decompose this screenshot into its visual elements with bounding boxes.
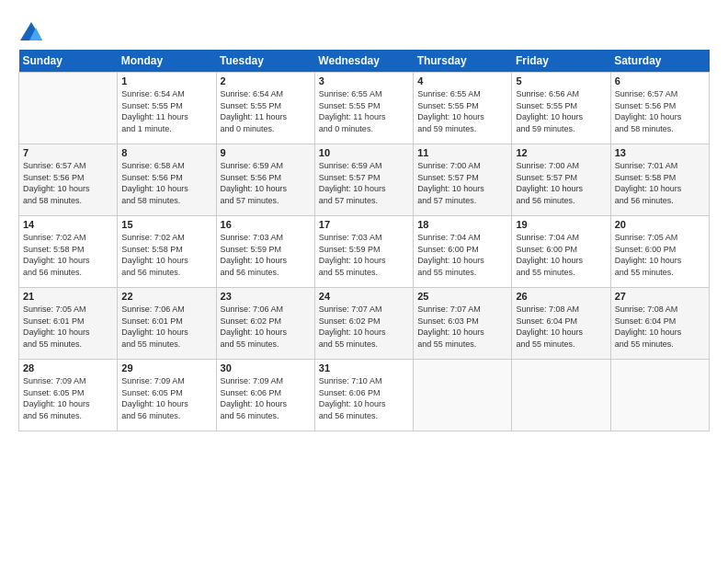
day-info: Sunrise: 7:00 AMSunset: 5:57 PMDaylight:…: [516, 160, 606, 206]
day-info: Sunrise: 7:05 AMSunset: 6:00 PMDaylight:…: [615, 232, 705, 278]
day-cell: 22Sunrise: 7:06 AMSunset: 6:01 PMDayligh…: [118, 288, 216, 360]
day-info: Sunrise: 7:04 AMSunset: 6:00 PMDaylight:…: [417, 232, 507, 278]
day-info: Sunrise: 6:55 AMSunset: 5:55 PMDaylight:…: [319, 88, 409, 134]
header-cell-sunday: Sunday: [19, 50, 118, 73]
day-cell: 12Sunrise: 7:00 AMSunset: 5:57 PMDayligh…: [512, 144, 610, 216]
day-number: 31: [319, 362, 409, 373]
day-cell: 24Sunrise: 7:07 AMSunset: 6:02 PMDayligh…: [314, 288, 413, 360]
day-info: Sunrise: 6:54 AMSunset: 5:55 PMDaylight:…: [221, 88, 311, 134]
day-info: Sunrise: 7:07 AMSunset: 6:02 PMDaylight:…: [319, 304, 409, 350]
day-number: 16: [221, 219, 311, 230]
day-cell: 1Sunrise: 6:54 AMSunset: 5:55 PMDaylight…: [118, 73, 216, 144]
day-cell: 15Sunrise: 7:02 AMSunset: 5:58 PMDayligh…: [118, 216, 216, 288]
day-cell: 7Sunrise: 6:57 AMSunset: 5:56 PMDaylight…: [19, 144, 118, 216]
day-cell: 27Sunrise: 7:08 AMSunset: 6:04 PMDayligh…: [610, 288, 709, 360]
day-info: Sunrise: 7:01 AMSunset: 5:58 PMDaylight:…: [615, 160, 705, 206]
day-cell: 23Sunrise: 7:06 AMSunset: 6:02 PMDayligh…: [216, 288, 314, 360]
day-cell: 11Sunrise: 7:00 AMSunset: 5:57 PMDayligh…: [414, 144, 512, 216]
day-cell: 8Sunrise: 6:58 AMSunset: 5:56 PMDaylight…: [118, 144, 216, 216]
day-cell: 16Sunrise: 7:03 AMSunset: 5:59 PMDayligh…: [216, 216, 314, 288]
day-number: 22: [121, 291, 211, 302]
day-number: 4: [417, 75, 507, 86]
day-number: 15: [121, 219, 211, 230]
header-cell-saturday: Saturday: [610, 50, 709, 73]
day-number: 18: [417, 219, 507, 230]
day-info: Sunrise: 6:59 AMSunset: 5:57 PMDaylight:…: [319, 160, 409, 206]
day-cell: 19Sunrise: 7:04 AMSunset: 6:00 PMDayligh…: [512, 216, 610, 288]
day-info: Sunrise: 6:55 AMSunset: 5:55 PMDaylight:…: [417, 88, 507, 134]
day-info: Sunrise: 6:59 AMSunset: 5:56 PMDaylight:…: [221, 160, 311, 206]
day-cell: 17Sunrise: 7:03 AMSunset: 5:59 PMDayligh…: [314, 216, 413, 288]
day-info: Sunrise: 7:07 AMSunset: 6:03 PMDaylight:…: [417, 304, 507, 350]
day-number: 28: [23, 362, 113, 373]
day-info: Sunrise: 7:04 AMSunset: 6:00 PMDaylight:…: [516, 232, 606, 278]
week-row-3: 14Sunrise: 7:02 AMSunset: 5:58 PMDayligh…: [19, 216, 710, 288]
calendar-table: SundayMondayTuesdayWednesdayThursdayFrid…: [18, 50, 710, 431]
day-number: 6: [615, 75, 705, 86]
day-cell: 30Sunrise: 7:09 AMSunset: 6:06 PMDayligh…: [216, 360, 314, 431]
header-cell-friday: Friday: [512, 50, 610, 73]
day-cell: 6Sunrise: 6:57 AMSunset: 5:56 PMDaylight…: [610, 73, 709, 144]
day-cell: 31Sunrise: 7:10 AMSunset: 6:06 PMDayligh…: [314, 360, 413, 431]
day-cell: [19, 73, 118, 144]
logo: [18, 20, 47, 46]
day-number: 21: [23, 291, 113, 302]
day-cell: 29Sunrise: 7:09 AMSunset: 6:05 PMDayligh…: [118, 360, 216, 431]
day-cell: 13Sunrise: 7:01 AMSunset: 5:58 PMDayligh…: [610, 144, 709, 216]
logo-icon: [18, 20, 44, 46]
day-cell: [512, 360, 610, 431]
day-number: 10: [319, 147, 409, 158]
day-cell: 5Sunrise: 6:56 AMSunset: 5:55 PMDaylight…: [512, 73, 610, 144]
day-cell: 9Sunrise: 6:59 AMSunset: 5:56 PMDaylight…: [216, 144, 314, 216]
header-cell-thursday: Thursday: [414, 50, 512, 73]
header-cell-tuesday: Tuesday: [216, 50, 314, 73]
day-info: Sunrise: 7:02 AMSunset: 5:58 PMDaylight:…: [121, 232, 211, 278]
day-number: 25: [417, 291, 507, 302]
header: [18, 17, 710, 46]
day-number: 11: [417, 147, 507, 158]
day-number: 5: [516, 75, 606, 86]
week-row-5: 28Sunrise: 7:09 AMSunset: 6:05 PMDayligh…: [19, 360, 710, 431]
day-cell: 20Sunrise: 7:05 AMSunset: 6:00 PMDayligh…: [610, 216, 709, 288]
day-number: 7: [23, 147, 113, 158]
day-cell: 28Sunrise: 7:09 AMSunset: 6:05 PMDayligh…: [19, 360, 118, 431]
day-number: 24: [319, 291, 409, 302]
day-info: Sunrise: 7:10 AMSunset: 6:06 PMDaylight:…: [319, 375, 409, 421]
day-cell: 14Sunrise: 7:02 AMSunset: 5:58 PMDayligh…: [19, 216, 118, 288]
day-number: 12: [516, 147, 606, 158]
day-info: Sunrise: 7:06 AMSunset: 6:02 PMDaylight:…: [221, 304, 311, 350]
day-cell: 18Sunrise: 7:04 AMSunset: 6:00 PMDayligh…: [414, 216, 512, 288]
day-cell: 25Sunrise: 7:07 AMSunset: 6:03 PMDayligh…: [414, 288, 512, 360]
day-info: Sunrise: 7:09 AMSunset: 6:05 PMDaylight:…: [121, 375, 211, 421]
day-info: Sunrise: 7:09 AMSunset: 6:05 PMDaylight:…: [23, 375, 113, 421]
day-info: Sunrise: 7:02 AMSunset: 5:58 PMDaylight:…: [23, 232, 113, 278]
day-cell: 26Sunrise: 7:08 AMSunset: 6:04 PMDayligh…: [512, 288, 610, 360]
day-info: Sunrise: 6:54 AMSunset: 5:55 PMDaylight:…: [121, 88, 211, 134]
day-cell: 2Sunrise: 6:54 AMSunset: 5:55 PMDaylight…: [216, 73, 314, 144]
day-number: 8: [121, 147, 211, 158]
day-number: 27: [615, 291, 705, 302]
day-number: 19: [516, 219, 606, 230]
header-cell-monday: Monday: [118, 50, 216, 73]
week-row-4: 21Sunrise: 7:05 AMSunset: 6:01 PMDayligh…: [19, 288, 710, 360]
day-info: Sunrise: 7:06 AMSunset: 6:01 PMDaylight:…: [121, 304, 211, 350]
day-number: 1: [121, 75, 211, 86]
day-cell: 4Sunrise: 6:55 AMSunset: 5:55 PMDaylight…: [414, 73, 512, 144]
day-number: 14: [23, 219, 113, 230]
day-number: 3: [319, 75, 409, 86]
day-cell: 10Sunrise: 6:59 AMSunset: 5:57 PMDayligh…: [314, 144, 413, 216]
day-info: Sunrise: 6:56 AMSunset: 5:55 PMDaylight:…: [516, 88, 606, 134]
day-info: Sunrise: 7:09 AMSunset: 6:06 PMDaylight:…: [221, 375, 311, 421]
day-number: 29: [121, 362, 211, 373]
day-number: 20: [615, 219, 705, 230]
header-row: SundayMondayTuesdayWednesdayThursdayFrid…: [19, 50, 710, 73]
page: SundayMondayTuesdayWednesdayThursdayFrid…: [0, 0, 728, 441]
day-number: 2: [221, 75, 311, 86]
day-info: Sunrise: 7:00 AMSunset: 5:57 PMDaylight:…: [417, 160, 507, 206]
day-cell: 21Sunrise: 7:05 AMSunset: 6:01 PMDayligh…: [19, 288, 118, 360]
day-info: Sunrise: 7:08 AMSunset: 6:04 PMDaylight:…: [516, 304, 606, 350]
day-number: 13: [615, 147, 705, 158]
day-info: Sunrise: 6:58 AMSunset: 5:56 PMDaylight:…: [121, 160, 211, 206]
day-info: Sunrise: 7:03 AMSunset: 5:59 PMDaylight:…: [221, 232, 311, 278]
day-info: Sunrise: 7:08 AMSunset: 6:04 PMDaylight:…: [615, 304, 705, 350]
